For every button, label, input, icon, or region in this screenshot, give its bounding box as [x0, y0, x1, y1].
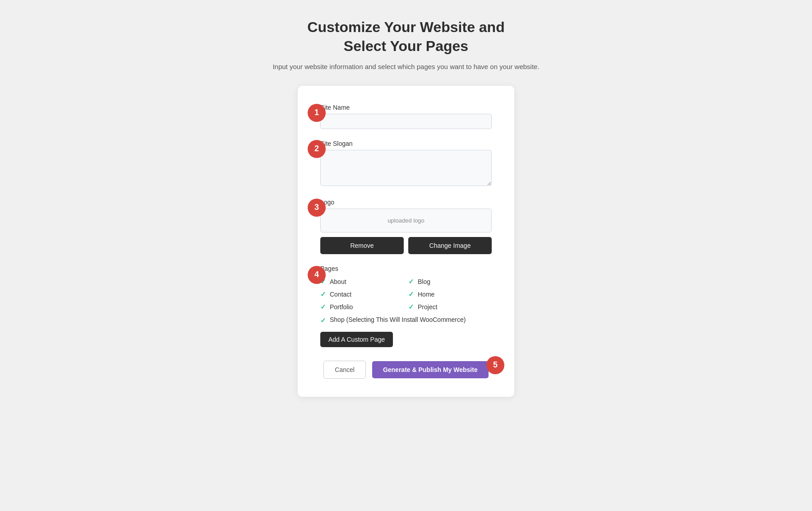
cancel-button[interactable]: Cancel: [323, 361, 366, 379]
logo-buttons: Remove Change Image: [320, 237, 492, 254]
check-icon-contact: ✓: [320, 290, 326, 298]
page-label-contact: Contact: [330, 291, 351, 298]
page-title: Customize Your Website and Select Your P…: [272, 18, 539, 56]
pages-label: Pages: [320, 265, 492, 272]
page-label-shop: Shop (Selecting This Will Install WooCom…: [330, 316, 466, 325]
page-item-project[interactable]: ✓ Project: [408, 303, 492, 311]
page-label-project: Project: [418, 303, 438, 311]
check-icon-home: ✓: [408, 290, 414, 298]
site-name-label: Site Name: [320, 104, 492, 111]
page-item-shop[interactable]: ✓ Shop (Selecting This Will Install WooC…: [320, 316, 492, 325]
logo-preview: uploaded logo: [320, 209, 492, 232]
step-badge-3: 3: [308, 199, 326, 217]
page-label-about: About: [330, 278, 346, 285]
site-slogan-input[interactable]: [320, 150, 492, 186]
page-item-contact[interactable]: ✓ Contact: [320, 290, 404, 298]
add-custom-page-button[interactable]: Add A Custom Page: [320, 332, 393, 347]
site-name-field-group: 1 Site Name: [320, 104, 492, 129]
step-badge-4: 4: [308, 266, 326, 284]
check-icon-portfolio: ✓: [320, 303, 326, 311]
logo-label: Logo: [320, 199, 492, 206]
logo-field-group: 3 Logo uploaded logo Remove Change Image: [320, 199, 492, 254]
page-header: Customize Your Website and Select Your P…: [272, 18, 539, 72]
step-badge-1: 1: [308, 104, 326, 122]
site-name-input[interactable]: [320, 114, 492, 129]
page-label-blog: Blog: [418, 278, 430, 285]
step-badge-5: 5: [486, 356, 504, 374]
form-actions: Cancel Generate & Publish My Website 5: [320, 361, 492, 379]
remove-button[interactable]: Remove: [320, 237, 404, 254]
pages-grid: ✓ About ✓ Blog ✓ Contact ✓ Home ✓ Portfo…: [320, 278, 492, 311]
check-icon-blog: ✓: [408, 278, 414, 286]
page-subtitle: Input your website information and selec…: [272, 62, 539, 72]
site-slogan-label: Site Slogan: [320, 140, 492, 147]
page-item-about[interactable]: ✓ About: [320, 278, 404, 286]
check-icon-project: ✓: [408, 303, 414, 311]
page-label-home: Home: [418, 291, 434, 298]
pages-section: 4 Pages ✓ About ✓ Blog ✓ Contact ✓ Home …: [320, 265, 492, 347]
page-item-portfolio[interactable]: ✓ Portfolio: [320, 303, 404, 311]
page-item-home[interactable]: ✓ Home: [408, 290, 492, 298]
page-label-portfolio: Portfolio: [330, 303, 353, 311]
step-badge-2: 2: [308, 140, 326, 158]
generate-button[interactable]: Generate & Publish My Website: [372, 361, 489, 378]
check-icon-shop: ✓: [320, 316, 326, 325]
form-card: 1 Site Name 2 Site Slogan 3 Logo uploade…: [298, 86, 514, 397]
change-image-button[interactable]: Change Image: [408, 237, 492, 254]
page-item-blog[interactable]: ✓ Blog: [408, 278, 492, 286]
site-slogan-field-group: 2 Site Slogan: [320, 140, 492, 188]
